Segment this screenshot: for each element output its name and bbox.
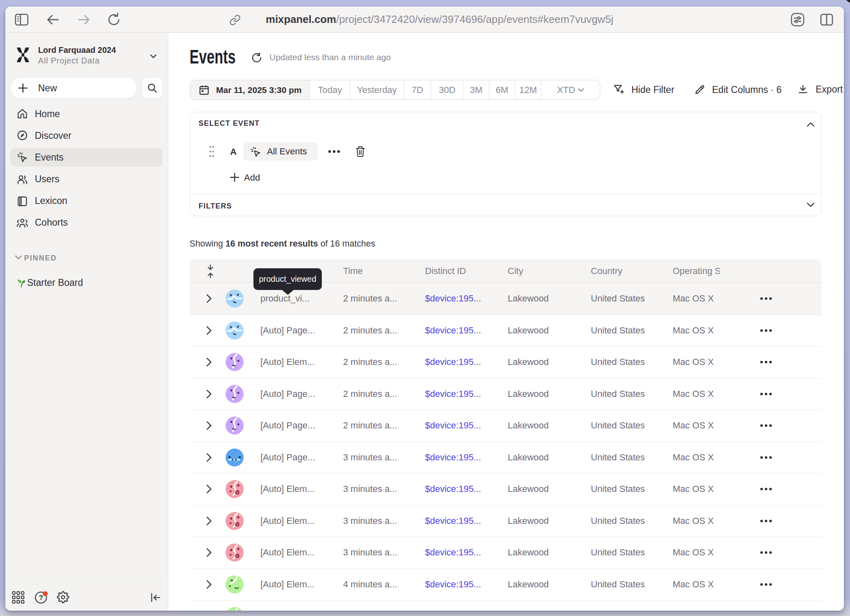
svg-text:?: ? (39, 594, 43, 602)
